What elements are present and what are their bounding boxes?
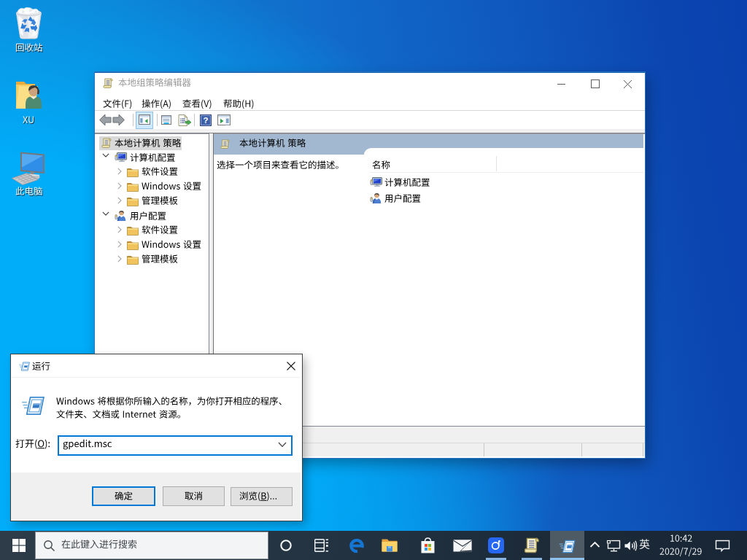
- svg-text:?: ?: [203, 116, 208, 125]
